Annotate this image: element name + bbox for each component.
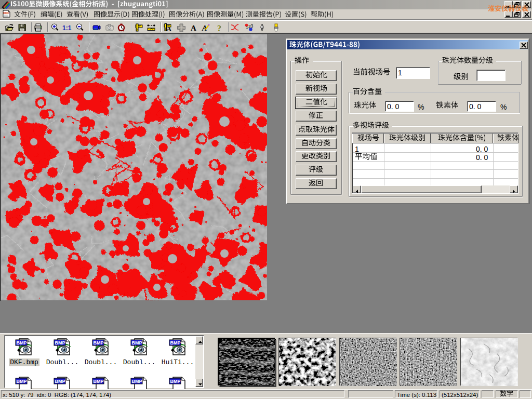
svg-text:DOC: DOC [3,11,9,15]
svg-text:BMP: BMP [170,340,181,345]
svg-text:A: A [167,25,172,33]
svg-text:BMP: BMP [170,379,181,384]
svg-text:3: 3 [251,23,254,29]
svg-text:A: A [191,24,196,32]
svg-text:BMP: BMP [132,340,142,345]
svg-text:BMP: BMP [132,379,142,384]
svg-text:BMP: BMP [94,340,104,345]
svg-text:BMP: BMP [55,379,65,384]
svg-text:?: ? [217,24,221,33]
svg-text:1:1: 1:1 [62,24,72,32]
svg-text:BMP: BMP [55,340,65,345]
svg-text:BMP: BMP [17,340,27,345]
svg-text:BMP: BMP [94,379,104,384]
svg-text:BMP: BMP [17,379,27,384]
